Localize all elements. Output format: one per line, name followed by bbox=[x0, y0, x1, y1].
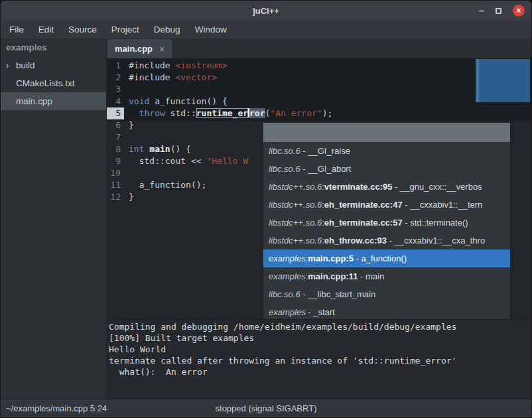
line-number-5: 5 bbox=[107, 107, 124, 119]
line-number-11: 11 bbox=[107, 179, 124, 191]
status-location: ~/examples/main.cpp 5:24 bbox=[6, 403, 107, 413]
frame-location: vterminate.cc:95 bbox=[324, 182, 393, 192]
file-tree: ›buildCMakeLists.txtmain.cpp bbox=[1, 56, 106, 110]
code-text: void a_function() { bbox=[129, 96, 228, 107]
tree-item-main-cpp[interactable]: main.cpp bbox=[1, 92, 106, 110]
line-number-10: 10 bbox=[107, 167, 124, 179]
menubar: FileEditSourceProjectDebugWindow bbox=[1, 21, 531, 39]
editor-column: main.cpp × 1#include <iostream>2#include… bbox=[107, 39, 531, 399]
tree-item-cmakelists-txt[interactable]: CMakeLists.txt bbox=[1, 74, 106, 92]
close-button[interactable]: × bbox=[513, 5, 525, 17]
frame-function: __libc_start_main bbox=[308, 289, 375, 299]
tree-item-build[interactable]: ›build bbox=[1, 56, 106, 74]
code-text: #include <iostream> bbox=[129, 60, 228, 72]
frame-location: eh_throw.cc:93 bbox=[324, 236, 387, 245]
frame-location: main.cpp:11 bbox=[308, 271, 358, 281]
code-line-4: 4void a_function() { bbox=[107, 96, 531, 107]
status-bar: ~/examples/main.cpp 5:24 stopped (signal… bbox=[1, 399, 531, 417]
menu-item-edit[interactable]: Edit bbox=[31, 21, 61, 38]
menu-item-file[interactable]: File bbox=[2, 21, 31, 38]
tab-close-icon[interactable]: × bbox=[159, 44, 165, 54]
frame-function: __cxxabiv1::__tern bbox=[410, 200, 482, 210]
titlebar: juCi++ – × bbox=[1, 1, 531, 21]
code-text: a_function(); bbox=[129, 179, 206, 191]
frame-function: __cxxabiv1::__cxa_thro bbox=[395, 236, 486, 245]
line-number-2: 2 bbox=[107, 72, 124, 84]
frame-function: std::terminate() bbox=[410, 218, 468, 228]
line-number-6: 6 bbox=[107, 119, 124, 131]
backtrace-list: libc.so.6 - __GI_raiselibc.so.6 - __GI_a… bbox=[263, 142, 510, 319]
maximize-button[interactable] bbox=[496, 5, 501, 17]
frame-function: _start bbox=[313, 307, 335, 317]
terminal-line: Hello World bbox=[109, 344, 531, 355]
frame-location: eh_terminate.cc:57 bbox=[324, 218, 403, 228]
frame-function: __GI_abort bbox=[308, 164, 351, 174]
frame-module: examples bbox=[269, 271, 306, 281]
terminal-line: Compiling and debugging /home/eidheim/ex… bbox=[109, 321, 531, 332]
window-title: juCi++ bbox=[1, 6, 531, 16]
project-name: examples bbox=[1, 39, 106, 56]
code-line-2: 2#include <vector> bbox=[107, 72, 531, 84]
frame-function: __gnu_cxx::__verbos bbox=[400, 182, 482, 192]
terminal-line: terminate called after throwing an insta… bbox=[109, 355, 531, 366]
code-line-1: 1#include <iostream> bbox=[107, 60, 531, 72]
backtrace-row[interactable]: libstdc++.so.6:eh_terminate.cc:57 - std:… bbox=[263, 214, 510, 232]
frame-function: a_function() bbox=[361, 253, 407, 263]
output-terminal[interactable]: Compiling and debugging /home/eidheim/ex… bbox=[107, 319, 531, 399]
backtrace-row[interactable]: examples - _start bbox=[263, 303, 510, 319]
backtrace-row[interactable]: libc.so.6 - __GI_abort bbox=[263, 160, 510, 178]
backtrace-row[interactable]: libstdc++.so.6:eh_throw.cc:93 - __cxxabi… bbox=[263, 232, 510, 249]
frame-module: examples bbox=[269, 253, 306, 263]
terminal-line: what(): An error bbox=[109, 366, 531, 378]
tab-main-cpp[interactable]: main.cpp × bbox=[107, 39, 172, 58]
app-window: juCi++ – × FileEditSourceProjectDebugWin… bbox=[0, 0, 532, 418]
line-number-12: 12 bbox=[107, 191, 124, 203]
tab-label: main.cpp bbox=[115, 44, 153, 54]
backtrace-popup: libc.so.6 - __GI_raiselibc.so.6 - __GI_a… bbox=[263, 122, 511, 319]
frame-function: __GI_raise bbox=[308, 146, 350, 156]
menu-item-source[interactable]: Source bbox=[61, 21, 104, 38]
frame-module: libc.so.6 bbox=[269, 164, 300, 174]
code-text: #include <vector> bbox=[129, 72, 217, 84]
code-line-3: 3 bbox=[107, 84, 531, 96]
menu-item-project[interactable]: Project bbox=[104, 21, 147, 38]
frame-function: main bbox=[366, 271, 384, 281]
code-text: std::cout << "Hello W bbox=[129, 155, 248, 167]
line-number-9: 9 bbox=[107, 155, 124, 167]
frame-module: libstdc++.so.6 bbox=[269, 182, 322, 192]
frame-module: libstdc++.so.6 bbox=[269, 236, 322, 245]
window-controls: – × bbox=[479, 5, 531, 17]
backtrace-popup-header bbox=[263, 123, 510, 142]
line-number-4: 4 bbox=[107, 96, 124, 107]
code-editor[interactable]: 1#include <iostream>2#include <vector>34… bbox=[107, 59, 531, 319]
backtrace-row[interactable]: examples:main.cpp:11 - main bbox=[263, 267, 510, 285]
backtrace-row[interactable]: libc.so.6 - __libc_start_main bbox=[263, 285, 510, 303]
frame-location: main.cpp:5 bbox=[308, 253, 354, 263]
chevron-right-icon: › bbox=[6, 60, 16, 70]
frame-location: eh_terminate.cc:47 bbox=[324, 200, 403, 210]
menu-item-window[interactable]: Window bbox=[188, 21, 234, 38]
maximize-icon bbox=[496, 8, 501, 14]
frame-module: examples bbox=[269, 307, 306, 317]
main-area: examples ›buildCMakeLists.txtmain.cpp ma… bbox=[1, 39, 531, 399]
line-number-8: 8 bbox=[107, 143, 124, 155]
backtrace-row[interactable]: libstdc++.so.6:vterminate.cc:95 - __gnu_… bbox=[263, 178, 510, 196]
backtrace-row[interactable]: libc.so.6 - __GI_raise bbox=[263, 142, 510, 160]
tree-item-label: main.cpp bbox=[16, 96, 52, 106]
code-text: } bbox=[129, 119, 134, 131]
minimize-button[interactable]: – bbox=[479, 5, 484, 17]
backtrace-row[interactable]: examples:main.cpp:5 - a_function() bbox=[263, 249, 510, 267]
file-tree-panel: examples ›buildCMakeLists.txtmain.cpp bbox=[1, 39, 107, 399]
line-number-1: 1 bbox=[107, 60, 124, 72]
code-line-5: 5 throw std::runtime_error("An error"); bbox=[107, 107, 531, 119]
terminal-line: [100%] Built target examples bbox=[109, 332, 531, 344]
close-icon: × bbox=[516, 6, 521, 15]
menu-item-debug[interactable]: Debug bbox=[147, 21, 188, 38]
backtrace-row[interactable]: libstdc++.so.6:eh_terminate.cc:47 - __cx… bbox=[263, 196, 510, 214]
frame-module: libc.so.6 bbox=[269, 146, 300, 156]
frame-module: libstdc++.so.6 bbox=[269, 218, 322, 228]
code-text: throw std::runtime_error("An error"); bbox=[129, 107, 332, 119]
line-number-7: 7 bbox=[107, 131, 124, 143]
minimize-icon: – bbox=[479, 8, 484, 13]
frame-module: libc.so.6 bbox=[269, 289, 300, 299]
